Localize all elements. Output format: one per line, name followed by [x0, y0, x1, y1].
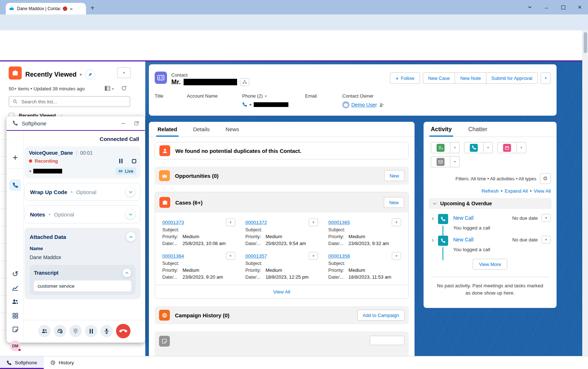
case-row-actions-button[interactable]: ▾: [226, 218, 235, 226]
softphone-minimize-icon[interactable]: –: [122, 120, 125, 127]
expand-item-icon[interactable]: [430, 238, 436, 252]
collapse-attached-icon[interactable]: [126, 232, 136, 241]
phone-dropdown-icon[interactable]: ▾: [265, 94, 267, 98]
follow-button[interactable]: + Follow: [390, 72, 420, 84]
add-call-icon[interactable]: +: [7, 153, 24, 163]
expand-item-icon[interactable]: [430, 216, 436, 231]
opportunities-title[interactable]: Opportunities (0): [175, 173, 219, 179]
tab-details[interactable]: Details: [193, 122, 210, 137]
upcoming-overdue-section[interactable]: Upcoming & Overdue: [429, 198, 551, 209]
clipped-card-button[interactable]: [370, 336, 404, 345]
view-hierarchy-button[interactable]: [240, 78, 249, 86]
email-button[interactable]: [431, 156, 450, 167]
list-view-title[interactable]: Recently Viewed: [25, 71, 77, 78]
refresh-icon[interactable]: [121, 85, 127, 91]
notes-icon[interactable]: [7, 326, 24, 333]
email-dropdown-button[interactable]: ▾: [450, 156, 460, 167]
window-close-button[interactable]: ×: [571, 0, 588, 14]
softphone-popout-icon[interactable]: [134, 121, 139, 126]
pause-recording-icon[interactable]: [119, 159, 123, 163]
expand-all-link[interactable]: Expand All: [505, 188, 528, 194]
tab-activity[interactable]: Activity: [431, 122, 452, 137]
case-number-link[interactable]: 00001357: [245, 253, 267, 259]
browser-tab[interactable]: Dane Maddox | Contact | Sal ×: [6, 3, 86, 14]
section-collapse-icon[interactable]: [432, 201, 437, 206]
task-dropdown-button[interactable]: ▾: [450, 142, 460, 153]
pause-call-button[interactable]: [85, 325, 97, 337]
submit-for-approval-button[interactable]: Submit for Approval: [486, 72, 538, 84]
agent-avatar[interactable]: DM: [10, 340, 21, 351]
wrap-up-code-section[interactable]: Wrap Up Code • Optional: [25, 183, 141, 201]
case-row-actions-button[interactable]: ▾: [392, 252, 401, 260]
cases-view-all-link[interactable]: View All: [273, 289, 290, 295]
stop-recording-icon[interactable]: [132, 159, 136, 163]
collapse-transcript-icon[interactable]: [123, 269, 131, 277]
case-row-actions-button[interactable]: ▾: [392, 218, 401, 226]
list-view-selector-icon[interactable]: ▾: [80, 72, 82, 77]
utility-history-tab[interactable]: History: [44, 356, 81, 369]
active-call-tab-icon[interactable]: [9, 179, 21, 191]
new-opportunity-button[interactable]: New: [384, 170, 404, 181]
analytics-icon[interactable]: [7, 284, 24, 291]
owner-link[interactable]: Demo User: [351, 102, 377, 108]
view-all-link[interactable]: View All: [534, 188, 551, 194]
list-search[interactable]: [9, 96, 130, 107]
expand-notes-icon[interactable]: [126, 210, 135, 219]
pin-list-button[interactable]: [85, 69, 95, 80]
call-dropdown-button[interactable]: ▾: [484, 142, 493, 153]
activity-item-actions-button[interactable]: ▾: [541, 214, 551, 222]
transcript-input[interactable]: [34, 280, 131, 291]
scrollbar-thumb[interactable]: [584, 32, 587, 53]
display-as-icon[interactable]: [104, 85, 111, 92]
contacts-icon[interactable]: [7, 298, 24, 305]
tab-news[interactable]: News: [226, 122, 239, 137]
activity-item-link[interactable]: New Call: [453, 215, 473, 221]
list-search-input[interactable]: [21, 99, 126, 105]
activity-item-link[interactable]: New Call: [453, 237, 473, 243]
cases-title[interactable]: Cases (6+): [175, 199, 202, 206]
new-tab-button[interactable]: +: [90, 4, 95, 12]
expand-wrapup-icon[interactable]: [126, 187, 135, 197]
window-maximize-button[interactable]: [555, 0, 571, 14]
case-row-actions-button[interactable]: ▾: [309, 218, 318, 226]
conference-button[interactable]: [38, 325, 51, 337]
case-row-actions-button[interactable]: ▾: [226, 252, 235, 260]
list-actions-dropdown-button[interactable]: ▾: [117, 67, 131, 78]
vertical-scrollbar[interactable]: [582, 30, 588, 356]
case-number-link[interactable]: 00001372: [245, 220, 267, 225]
change-owner-icon[interactable]: [379, 102, 384, 108]
tab-chatter[interactable]: Chatter: [468, 122, 487, 137]
mute-microphone-button[interactable]: [100, 325, 113, 337]
case-number-link[interactable]: 00001365: [328, 220, 350, 225]
add-to-campaign-button[interactable]: Add to Campaign: [357, 310, 404, 321]
case-row-actions-button[interactable]: ▾: [309, 252, 318, 260]
call-history-icon[interactable]: ↺: [7, 270, 24, 278]
case-number-link[interactable]: 00001364: [162, 253, 184, 259]
window-minimize-button[interactable]: –: [538, 0, 555, 14]
event-dropdown-button[interactable]: ▾: [517, 142, 526, 153]
hold-device-button[interactable]: [54, 325, 66, 337]
new-case-button[interactable]: New Case: [423, 72, 455, 84]
log-call-button[interactable]: [464, 142, 484, 153]
new-case-related-button[interactable]: New: [384, 197, 404, 208]
dialpad-button[interactable]: [69, 325, 82, 337]
activity-item-actions-button[interactable]: ▾: [541, 236, 551, 244]
refresh-link[interactable]: Refresh: [481, 188, 498, 194]
utility-softphone-tab[interactable]: Softphone: [0, 356, 44, 369]
end-call-button[interactable]: [116, 324, 130, 338]
case-number-link[interactable]: 00001373: [162, 220, 184, 225]
view-more-button[interactable]: View More: [473, 259, 507, 270]
display-as-dropdown-icon[interactable]: ▾: [112, 87, 114, 91]
new-note-button[interactable]: New Note: [455, 72, 486, 84]
more-actions-dropdown-button[interactable]: ▾: [541, 72, 551, 84]
campaign-title[interactable]: Campaign History (0): [175, 312, 229, 318]
new-event-button[interactable]: [497, 142, 517, 153]
tab-close-icon[interactable]: ×: [70, 6, 73, 12]
tab-related[interactable]: Related: [158, 122, 177, 137]
new-task-button[interactable]: [431, 142, 450, 153]
tab-search-icon[interactable]: [522, 0, 538, 14]
notes-section[interactable]: Notes • Optional: [25, 205, 141, 223]
activity-filter-gear-button[interactable]: ⚙: [540, 173, 551, 184]
case-number-link[interactable]: 00001356: [328, 253, 350, 259]
apps-grid-icon[interactable]: [7, 312, 24, 319]
